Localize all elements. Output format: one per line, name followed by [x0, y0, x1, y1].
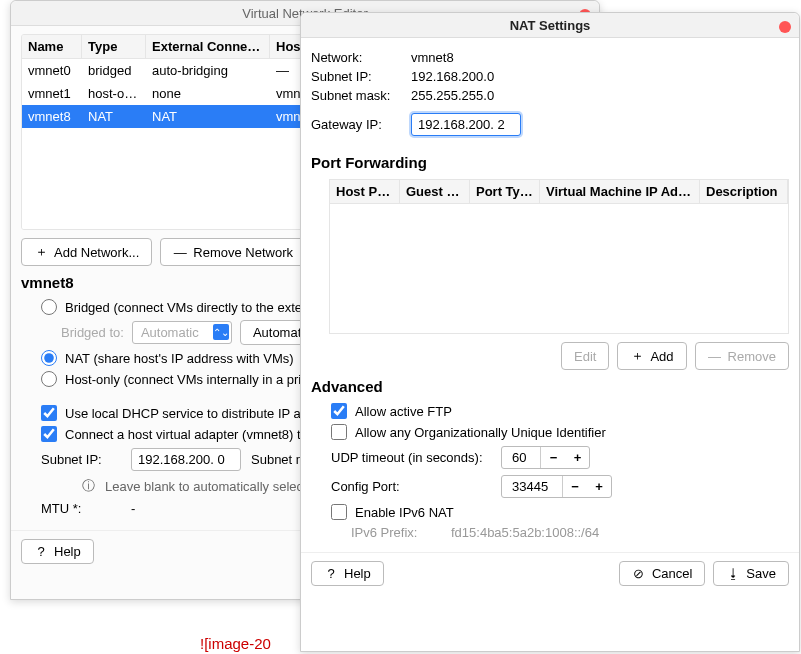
col-vm-ip[interactable]: Virtual Machine IP Address: [540, 180, 700, 203]
plus-icon[interactable]: +: [565, 447, 589, 468]
col-host-port[interactable]: Host Port: [330, 180, 400, 203]
minus-icon: —: [173, 245, 187, 260]
dhcp-checkbox[interactable]: [41, 405, 57, 421]
col-guest-port[interactable]: Guest Port: [400, 180, 470, 203]
network-label: Network:: [311, 50, 401, 65]
allow-ftp-row[interactable]: Allow active FTP: [331, 403, 789, 419]
udp-timeout-label: UDP timeout (in seconds):: [331, 450, 491, 465]
port-forwarding-title: Port Forwarding: [311, 154, 789, 171]
edit-button[interactable]: Edit: [561, 342, 609, 370]
udp-timeout-stepper[interactable]: 60 − +: [501, 446, 590, 469]
gateway-label: Gateway IP:: [311, 117, 401, 132]
mtu-value[interactable]: -: [131, 501, 135, 516]
allow-oui-row[interactable]: Allow any Organizationally Unique Identi…: [331, 424, 789, 440]
subnetip-label: Subnet IP:: [311, 69, 401, 84]
col-type[interactable]: Type: [82, 35, 146, 58]
hostonly-radio[interactable]: [41, 371, 57, 387]
add-button[interactable]: ＋Add: [617, 342, 686, 370]
help-button[interactable]: ?Help: [21, 539, 94, 564]
adapter-checkbox[interactable]: [41, 426, 57, 442]
allow-ftp-checkbox[interactable]: [331, 403, 347, 419]
minus-icon: —: [708, 349, 722, 364]
advanced-title: Advanced: [311, 378, 789, 395]
download-icon: ⭳: [726, 566, 740, 581]
col-description[interactable]: Description: [700, 180, 788, 203]
add-network-button[interactable]: ＋Add Network...: [21, 238, 152, 266]
question-icon: ?: [34, 544, 48, 559]
mask-label: Subnet mask:: [311, 88, 401, 103]
port-forwarding-table: Host Port Guest Port Port Type Virtual M…: [329, 179, 789, 334]
col-port-type[interactable]: Port Type: [470, 180, 540, 203]
mask-value: 255.255.255.0: [411, 88, 494, 103]
help-button[interactable]: ?Help: [311, 561, 384, 586]
ipv6-nat-checkbox[interactable]: [331, 504, 347, 520]
info-icon: ⓘ: [81, 477, 95, 495]
mtu-label: MTU *:: [41, 501, 121, 516]
network-value: vmnet8: [411, 50, 454, 65]
plus-icon[interactable]: +: [587, 476, 611, 497]
chevron-up-down-icon: ⌃⌄: [213, 324, 229, 340]
stray-text: ![image-20: [200, 635, 271, 652]
plus-icon: ＋: [34, 243, 48, 261]
nat-radio[interactable]: [41, 350, 57, 366]
question-icon: ?: [324, 566, 338, 581]
subnetip-value: 192.168.200.0: [411, 69, 494, 84]
bridged-radio[interactable]: [41, 299, 57, 315]
gateway-ip-input[interactable]: 192.168.200. 2: [411, 113, 521, 136]
cancel-button[interactable]: ⊘Cancel: [619, 561, 705, 586]
plus-icon: ＋: [630, 347, 644, 365]
bridged-to-label: Bridged to:: [61, 325, 124, 340]
allow-oui-checkbox[interactable]: [331, 424, 347, 440]
remove-network-button[interactable]: —Remove Network: [160, 238, 306, 266]
subnet-ip-input[interactable]: 192.168.200. 0: [131, 448, 241, 471]
subnet-ip-label: Subnet IP:: [41, 452, 121, 467]
nat-settings-window: NAT Settings Network:vmnet8 Subnet IP:19…: [300, 12, 800, 652]
config-port-label: Config Port:: [331, 479, 491, 494]
ipv6-prefix-label: IPv6 Prefix:: [351, 525, 441, 540]
minus-icon[interactable]: −: [563, 476, 587, 497]
config-port-stepper[interactable]: 33445 − +: [501, 475, 612, 498]
minus-icon[interactable]: −: [541, 447, 565, 468]
save-button[interactable]: ⭳Save: [713, 561, 789, 586]
nat-titlebar: NAT Settings: [301, 13, 799, 38]
cancel-icon: ⊘: [632, 566, 646, 581]
col-ext[interactable]: External Connection: [146, 35, 270, 58]
nat-title: NAT Settings: [510, 18, 591, 33]
col-name[interactable]: Name: [22, 35, 82, 58]
remove-button[interactable]: —Remove: [695, 342, 789, 370]
ipv6-prefix-value: fd15:4ba5:5a2b:1008::/64: [451, 525, 599, 540]
ipv6-nat-row[interactable]: Enable IPv6 NAT: [331, 504, 789, 520]
close-icon[interactable]: [779, 21, 791, 33]
bridged-to-select[interactable]: Automatic⌃⌄: [132, 321, 232, 344]
